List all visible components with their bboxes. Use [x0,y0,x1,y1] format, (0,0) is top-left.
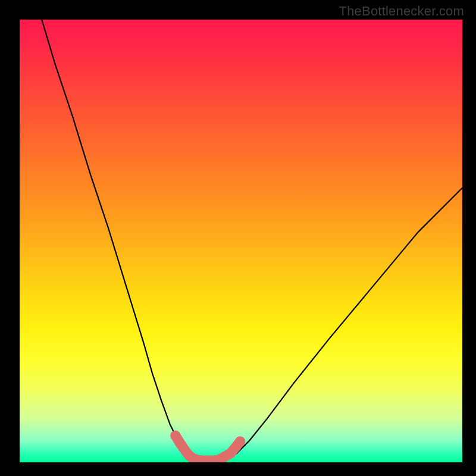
marker-dot [175,438,185,448]
plot-area [20,20,462,462]
marker-dot [235,437,245,447]
bottleneck-curve [42,20,462,462]
chart-frame: TheBottlenecker.com [0,0,476,476]
chart-svg [20,20,462,462]
highlight-markers [170,431,245,461]
watermark-text: TheBottlenecker.com [339,4,464,19]
